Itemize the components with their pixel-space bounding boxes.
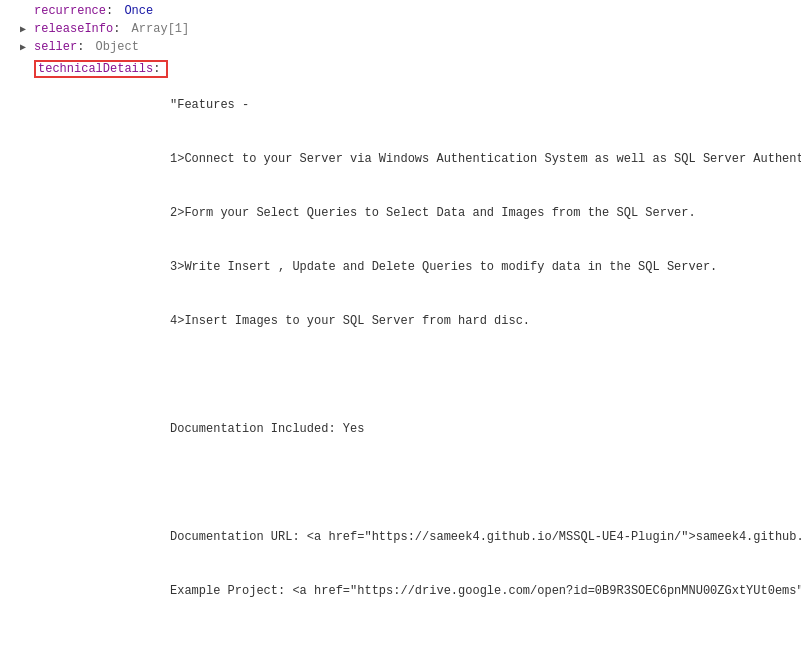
seller-key: seller [34, 40, 77, 54]
td-line-4: 3>Write Insert , Update and Delete Queri… [170, 258, 801, 276]
release-info-line: releaseInfo: Array[1] [0, 22, 805, 40]
arrow-seller[interactable] [20, 40, 34, 54]
td-line-8 [170, 474, 801, 492]
td-line-10: Example Project: <a href="https://drive.… [170, 582, 801, 600]
devtools-panel: recurrence: Once releaseInfo: Array[1] s… [0, 0, 805, 656]
technical-details-key-box: technicalDetails: [34, 60, 168, 78]
seller-type: Object [88, 40, 138, 54]
td-line-6 [170, 366, 801, 384]
td-line-2: 1>Connect to your Server via Windows Aut… [170, 150, 801, 168]
td-line-1: "Features - [170, 96, 801, 114]
recurrence-value: Once [117, 4, 153, 18]
technical-details-text: "Features - 1>Connect to your Server via… [170, 60, 801, 656]
td-line-5: 4>Insert Images to your SQL Server from … [170, 312, 801, 330]
recurrence-key: recurrence [34, 4, 106, 18]
recurrence-line: recurrence: Once [0, 4, 805, 22]
release-info-type: Array[1] [124, 22, 189, 36]
technical-details-key: technicalDetails [38, 62, 153, 76]
arrow-release-info[interactable] [20, 22, 34, 36]
seller-line: seller: Object [0, 40, 805, 58]
release-info-key: releaseInfo [34, 22, 113, 36]
td-line-9: Documentation URL: <a href="https://same… [170, 528, 801, 546]
td-line-11 [170, 636, 801, 654]
td-line-7: Documentation Included: Yes [170, 420, 801, 438]
technical-details-text-block: technicalDetails: "Features - 1>Connect … [0, 58, 805, 656]
td-line-3: 2>Form your Select Queries to Select Dat… [170, 204, 801, 222]
